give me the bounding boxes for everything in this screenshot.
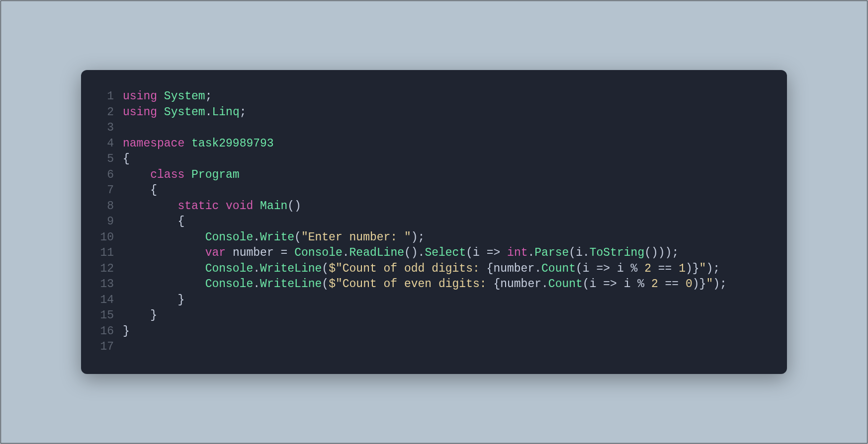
code-line: 9 { (91, 214, 772, 230)
code-line-content: Console.Write("Enter number: "); (123, 230, 772, 246)
code-token: )} (686, 262, 699, 275)
code-token: int (507, 246, 527, 259)
code-token: i (473, 246, 480, 259)
code-token (219, 200, 226, 213)
code-line: 2using System.Linq; (91, 105, 772, 121)
code-token: )} (693, 278, 706, 291)
code-token (157, 90, 164, 103)
code-token: " (706, 278, 713, 291)
code-token: number (493, 262, 534, 275)
code-line-content: var number = Console.ReadLine().Select(i… (123, 245, 772, 261)
code-token: ( (576, 262, 583, 275)
code-token (184, 168, 191, 181)
code-line-content: Console.WriteLine($"Count of odd digits:… (123, 261, 772, 277)
code-token: { (123, 184, 157, 197)
code-token (123, 168, 150, 181)
line-number: 5 (91, 151, 123, 167)
code-token: Count (541, 262, 576, 275)
line-number: 14 (91, 293, 123, 308)
code-token: == (658, 278, 686, 291)
page-frame: 1using System;2using System.Linq;3 4name… (0, 0, 868, 444)
code-token: namespace (123, 137, 184, 150)
code-line-content (123, 339, 772, 355)
code-line: 17 (91, 339, 772, 355)
code-token: Parse (534, 246, 569, 259)
code-token (123, 231, 205, 244)
code-token: ; (205, 90, 212, 103)
code-token: . (343, 246, 349, 259)
line-number: 8 (91, 199, 123, 215)
code-token: ( (583, 278, 590, 291)
code-token: Select (425, 246, 466, 259)
code-token: using (123, 106, 157, 119)
code-token (184, 137, 191, 150)
code-token: Console (205, 278, 254, 291)
code-token: ); (411, 231, 425, 244)
code-line: 6 class Program (91, 167, 772, 183)
code-token: == (651, 262, 679, 275)
code-line-content: } (123, 308, 772, 324)
code-lines-container: 1using System;2using System.Linq;3 4name… (91, 89, 772, 355)
code-token: => (590, 262, 617, 275)
code-line: 16} (91, 324, 772, 340)
code-token: (). (404, 246, 425, 259)
code-line-content: class Program (123, 167, 772, 183)
code-token: number (500, 278, 541, 291)
code-token: number (233, 246, 274, 259)
code-token: i (624, 278, 631, 291)
line-number: 11 (91, 245, 123, 261)
code-token: . (583, 246, 590, 259)
code-token: Console (294, 246, 343, 259)
code-token (157, 106, 164, 119)
code-token: . (253, 278, 260, 291)
line-number: 2 (91, 105, 123, 121)
code-token: i (590, 278, 597, 291)
line-number: 10 (91, 230, 123, 246)
code-token: 0 (686, 278, 693, 291)
code-token: Console (205, 231, 254, 244)
code-token: } (123, 294, 184, 306)
code-token: { (123, 152, 130, 165)
code-token: task29989793 (191, 137, 274, 150)
code-token: class (150, 168, 184, 181)
line-number: 4 (91, 136, 123, 152)
code-token: . (541, 278, 548, 291)
code-token: 1 (679, 262, 686, 275)
code-line: 15 } (91, 308, 772, 324)
line-number: 9 (91, 214, 123, 230)
code-line: 12 Console.WriteLine($"Count of odd digi… (91, 261, 772, 277)
code-line: 14 } (91, 293, 772, 308)
line-number: 3 (91, 120, 123, 136)
code-line: 7 { (91, 183, 772, 199)
code-token (123, 200, 177, 213)
code-token: ( (322, 278, 329, 291)
code-token: ( (322, 262, 329, 275)
code-token (123, 278, 205, 291)
code-token: . (534, 262, 541, 275)
code-token: % (631, 278, 651, 291)
code-token: . (528, 246, 535, 259)
code-token: 2 (644, 262, 651, 275)
code-line: 3 (91, 120, 772, 136)
code-token: ); (713, 278, 727, 291)
code-line-content: static void Main() (123, 199, 772, 215)
code-token: System (164, 90, 205, 103)
code-token: { (493, 278, 500, 291)
code-token: . (205, 106, 212, 119)
code-token: 2 (651, 278, 658, 291)
code-token: Linq (212, 106, 239, 119)
code-token: void (226, 200, 253, 213)
code-token: . (253, 262, 260, 275)
code-token: "Enter number: " (301, 231, 411, 244)
code-line-content: using System.Linq; (123, 105, 772, 121)
code-token: Main (260, 200, 287, 213)
code-token: % (624, 262, 644, 275)
code-line-content: { (123, 151, 772, 167)
code-token: ())); (644, 246, 679, 259)
code-line-content: { (123, 183, 772, 199)
code-token: Count (548, 278, 583, 291)
code-token (123, 262, 205, 275)
code-token: Write (260, 231, 294, 244)
code-token: i (617, 262, 624, 275)
code-line: 1using System; (91, 89, 772, 105)
